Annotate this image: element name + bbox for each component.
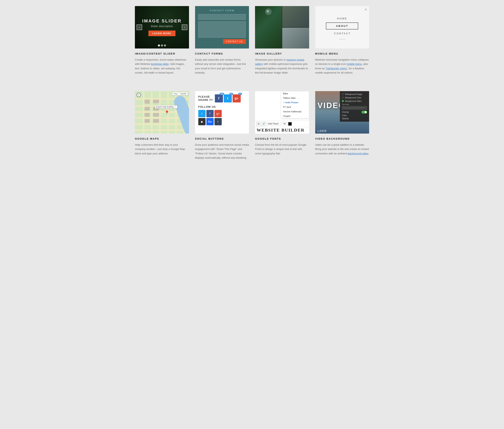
overlay-label: Overlay xyxy=(342,111,349,113)
map-street-v2 xyxy=(151,91,152,134)
video-text-small: LDER xyxy=(318,129,327,133)
nav-item-home[interactable]: HOME xyxy=(326,15,358,22)
radio-bg-image[interactable] xyxy=(342,93,344,95)
mobile-menu-preview: ✕ HOME ABOUT CONTACT xyxy=(315,6,369,48)
bg-image-label: Background Image xyxy=(345,93,362,95)
social-share-row: PLEASESHARE IT! f 102 t 19 g+ 47 xyxy=(198,94,246,102)
card-social-buttons: PLEASESHARE IT! f 102 t 19 g+ 47 xyxy=(195,91,249,160)
opacity-row: Opacity xyxy=(342,117,367,120)
font-align-btn[interactable]: ☰ xyxy=(256,122,261,126)
facebook-follow-icon[interactable]: f xyxy=(206,110,214,117)
card-desc-social: Grow your audience and improve social me… xyxy=(195,143,249,160)
link-mobile-menu[interactable]: mobile menu xyxy=(347,63,362,65)
map-tab-map[interactable]: Map xyxy=(173,92,179,95)
follow-label: FOLLOW US xyxy=(198,105,246,108)
gallery-cell-large: 🔍 xyxy=(255,6,282,48)
link-background-video[interactable]: background video xyxy=(348,152,368,155)
behance-follow-icon[interactable]: Bǝ xyxy=(206,118,214,125)
radio-bg-video[interactable] xyxy=(342,100,344,102)
card-title-mobile-menu: MOBILE MENU xyxy=(315,52,369,55)
map-street-v3 xyxy=(159,91,161,134)
card-desc-fonts: Choose from the list of most popular Goo… xyxy=(255,143,309,156)
youtube-label: YouTube xyxy=(342,103,367,106)
slider-learn-more-btn[interactable]: LEARN MORE xyxy=(148,30,175,36)
contact-name-input[interactable] xyxy=(198,14,246,20)
googleplus-follow-icon[interactable]: g+ xyxy=(214,110,222,117)
twitter-share-icon[interactable]: t 19 xyxy=(224,94,232,102)
youtube-url-input[interactable] xyxy=(342,106,367,110)
map-block-5 xyxy=(145,113,150,116)
tumblr-follow-icon[interactable]: t xyxy=(214,118,222,125)
nav-item-contact[interactable]: CONTACT xyxy=(326,30,358,36)
nav-item-about[interactable]: ABOUT xyxy=(326,22,358,29)
github-follow-icon[interactable]: ◆ xyxy=(198,118,206,125)
font-color-picker[interactable] xyxy=(288,122,292,126)
card-google-fonts: Bitter Titillium Web ✓ Indie Flower PT S… xyxy=(255,91,309,160)
font-family-select[interactable]: Indie Flower xyxy=(267,122,281,125)
contact-submit-btn[interactable]: CONTACT US xyxy=(223,39,246,44)
googleplus-share-icon[interactable]: g+ 47 xyxy=(233,94,241,102)
mobile-menu-close-icon[interactable]: ✕ xyxy=(365,8,367,11)
map-block-1 xyxy=(145,100,150,104)
slider-dots xyxy=(158,45,166,46)
font-item-yanone[interactable]: Yanone Kaffeesatz xyxy=(281,109,309,114)
social-share-label: PLEASESHARE IT! xyxy=(198,95,213,101)
card-title-contact: CONTACT FORMS xyxy=(195,52,249,55)
tw-count: 19 xyxy=(229,93,233,95)
slider-next-arrow[interactable]: › xyxy=(182,25,187,30)
contact-preview: CONTACT FORM CONTACT US xyxy=(195,6,249,48)
link-hamburger-menu[interactable]: "hamburger menu" xyxy=(325,67,347,70)
fb-count: 102 xyxy=(220,93,224,95)
fonts-dropdown-panel: Bitter Titillium Web ✓ Indie Flower PT S… xyxy=(281,91,309,118)
opacity-label: Opacity xyxy=(342,117,349,120)
map-crosshair-ctrl[interactable] xyxy=(137,93,141,97)
card-desc-contact: Easily add subscribe and contact forms w… xyxy=(195,58,249,75)
panel-row-bg-image: Background Image xyxy=(342,93,367,95)
map-block-8 xyxy=(153,119,159,123)
slider-prev-arrow[interactable]: ‹ xyxy=(137,25,142,30)
font-link-btn[interactable]: 🔗 xyxy=(261,122,266,126)
overlay-toggle[interactable] xyxy=(361,111,367,114)
fonts-editor-toolbar: ☰ 🔗 Indie Flower 46 xyxy=(255,121,309,127)
dot-1[interactable] xyxy=(158,45,160,46)
gallery-cell-bottom-right xyxy=(282,28,309,49)
facebook-share-icon[interactable]: f 102 xyxy=(215,94,223,102)
map-tab-satellite[interactable]: Satellite xyxy=(179,92,188,95)
dot-3[interactable] xyxy=(164,45,166,46)
menu-divider xyxy=(339,39,345,39)
gallery-cell-top-right xyxy=(282,6,309,27)
panel-row-bg-color: Background Color xyxy=(342,97,367,99)
card-mobile-menu: ✕ HOME ABOUT CONTACT MOBILE MENU Mobiris… xyxy=(315,6,369,75)
twitter-follow-icon[interactable]: t xyxy=(198,110,206,117)
card-desc-slider: Create a responsive, touch-swipe slidesh… xyxy=(135,58,189,75)
contact-message-textarea[interactable] xyxy=(198,21,246,38)
map-popup: Empire State Building ✕ xyxy=(155,105,177,108)
link-bootstrap-slider[interactable]: bootstrap slider xyxy=(151,63,169,65)
font-item-oxygen[interactable]: Oxygen xyxy=(281,114,309,118)
map-block-6 xyxy=(153,113,159,116)
font-item-bitter[interactable]: Bitter xyxy=(281,91,309,96)
link-masonry-gallery[interactable]: masonry image gallery xyxy=(255,58,304,65)
font-size-input[interactable]: 46 xyxy=(282,122,287,125)
bg-video-label: Background Video xyxy=(345,100,362,102)
card-desc-video: Video can be a great addition to a websi… xyxy=(315,143,369,156)
font-item-indie[interactable]: ✓ Indie Flower xyxy=(281,100,309,105)
card-title-gallery: IMAGE GALLERY xyxy=(255,52,309,55)
map-popup-close[interactable]: ✕ xyxy=(174,106,176,108)
dot-2[interactable] xyxy=(161,45,163,46)
font-item-ptserif[interactable]: PT Serif xyxy=(281,105,309,109)
social-share-icons: f 102 t 19 g+ 47 xyxy=(215,94,241,102)
card-desc-gallery: Showcase your pictures in masonry image … xyxy=(255,58,309,75)
card-contact-forms: CONTACT FORM CONTACT US CONTACT FORMS Ea… xyxy=(195,6,249,75)
card-google-maps: Map Satellite 📍 Empire State Building ✕ … xyxy=(135,91,189,160)
social-preview: PLEASESHARE IT! f 102 t 19 g+ 47 xyxy=(195,91,249,134)
card-title-video: VIDEO BACKGROUND xyxy=(315,137,369,140)
map-street-v1 xyxy=(143,91,144,134)
slider-preview: ‹ IMAGE SLIDER Slider description LEARN … xyxy=(135,6,189,48)
fonts-preview: Bitter Titillium Web ✓ Indie Flower PT S… xyxy=(255,91,309,134)
panel-row-bg-video: Background Video xyxy=(342,100,367,102)
map-preview: Map Satellite 📍 Empire State Building ✕ xyxy=(135,91,189,134)
bg-color-label: Background Color xyxy=(345,97,361,99)
font-item-titillium[interactable]: Titillium Web xyxy=(281,96,309,100)
radio-bg-color[interactable] xyxy=(342,97,344,98)
